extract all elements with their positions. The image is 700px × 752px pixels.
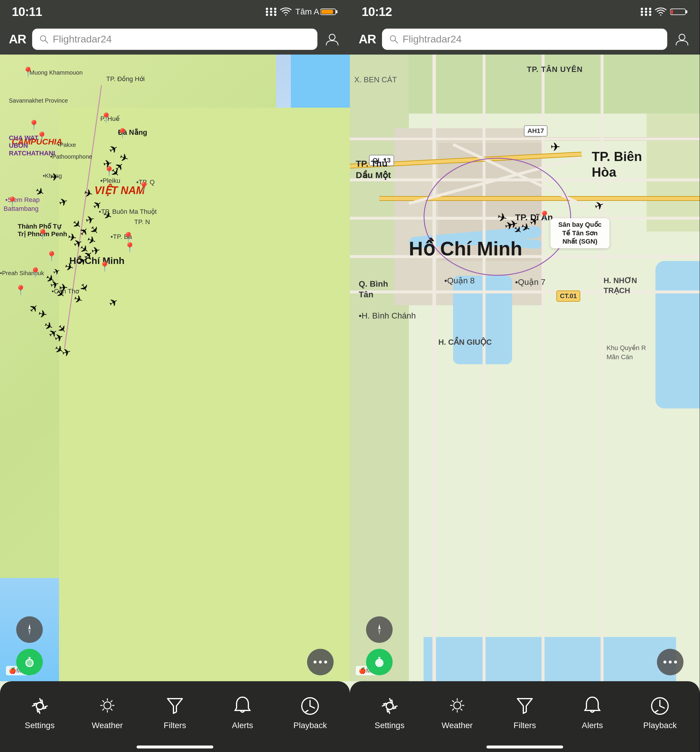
search-input-left[interactable]: Flightradar24 <box>32 29 317 50</box>
toolbar-settings-left[interactable]: Settings <box>19 694 61 730</box>
filter-icon <box>166 696 184 716</box>
wifi-icon <box>280 7 292 16</box>
playback-label-left: Playback <box>294 721 327 730</box>
toolbar-alerts-right[interactable]: Alerts <box>572 694 613 730</box>
pin-west2: 📍 <box>30 267 41 278</box>
svg-point-53 <box>386 702 393 710</box>
svg-rect-45 <box>671 10 673 14</box>
status-bar-left: 10:11 Tâm A <box>0 0 350 23</box>
svg-line-30 <box>103 708 104 710</box>
svg-point-7 <box>270 14 272 16</box>
search-input-right[interactable]: Flightradar24 <box>382 29 667 50</box>
highway-badge-ct01: CT.01 <box>556 291 580 302</box>
toolbar-playback-left[interactable]: Playback <box>289 694 331 730</box>
badge-button-right[interactable] <box>366 649 393 675</box>
svg-point-16 <box>26 660 33 666</box>
ellipsis-icon <box>313 659 328 665</box>
toolbar-alerts-left[interactable]: Alerts <box>222 694 263 730</box>
label-pakxe: •Pakxe <box>58 141 76 148</box>
weather-label-right: Weather <box>442 721 473 730</box>
status-bar-right: 10:12 <box>350 0 700 23</box>
badge-button-left[interactable] <box>16 649 43 675</box>
settings-label-right: Settings <box>375 721 404 730</box>
medal-icon <box>22 655 37 670</box>
label-quan8: •Quận 8 <box>444 276 474 286</box>
svg-point-17 <box>314 660 317 663</box>
svg-point-4 <box>270 11 272 13</box>
compass-button-right[interactable] <box>366 616 393 643</box>
svg-point-3 <box>266 11 268 13</box>
search-placeholder-left: Flightradar24 <box>53 33 112 45</box>
clock-icon <box>300 696 320 716</box>
svg-point-34 <box>641 8 643 10</box>
battery-icon <box>320 8 338 16</box>
search-icon-left <box>39 34 49 44</box>
label-donghoi: TP. Đồng Hới <box>106 75 145 83</box>
ar-button-right[interactable]: AR <box>359 32 376 46</box>
pin-siemreap: 📍 <box>6 196 18 207</box>
pin-phnom: 📍 <box>37 228 49 240</box>
road-v3 <box>541 54 544 681</box>
label-chawatubon: CHA WATUBONRATCHATHANI <box>9 134 55 157</box>
clock-icon-right <box>650 696 670 716</box>
gear-icon-right <box>380 696 400 716</box>
search-icon-right <box>389 34 398 44</box>
ellipsis-icon-right <box>663 659 678 665</box>
road-h1 <box>350 137 700 141</box>
map-vietnam: CAMPUCHIA VIỆT NAM Muong Khammouon TP. Đ… <box>0 54 350 681</box>
alerts-icon-wrap <box>231 694 254 718</box>
filters-icon-wrap <box>163 694 187 718</box>
label-nhon-trach: H. NHƠNTRẠCH <box>604 276 637 296</box>
svg-line-33 <box>310 706 314 708</box>
svg-point-21 <box>36 702 44 710</box>
road-v4 <box>600 54 604 681</box>
airport-label: Sân bay Quốc Tế Tân Sơn Nhất (SGN) <box>551 218 610 248</box>
profile-icon-right[interactable] <box>673 30 691 48</box>
label-tpn: TP. N <box>134 218 150 226</box>
svg-line-65 <box>660 706 664 708</box>
weather-icon-wrap <box>96 694 119 718</box>
bell-icon-right <box>583 696 601 716</box>
time-right: 10:12 <box>362 5 392 19</box>
playback-icon-wrap <box>298 694 322 718</box>
pin-hue: 📍 <box>100 112 112 123</box>
pin-danang: 📍 <box>117 128 128 139</box>
more-button-right[interactable] <box>657 649 683 675</box>
label-quan7: •Quận 7 <box>515 277 545 287</box>
compass-icon-right <box>373 623 386 636</box>
playback-label-right: Playback <box>643 721 677 730</box>
map-area-left[interactable]: CAMPUCHIA VIỆT NAM Muong Khammouon TP. Đ… <box>0 54 350 681</box>
toolbar-weather-right[interactable]: Weather <box>437 694 478 730</box>
home-indicator-left <box>137 746 213 749</box>
toolbar-playback-right[interactable]: Playback <box>639 694 681 730</box>
label-savannakhet: Savannakhet Province <box>9 97 68 104</box>
toolbar-filters-left[interactable]: Filters <box>154 694 196 730</box>
svg-point-1 <box>270 8 272 10</box>
svg-point-5 <box>274 11 276 13</box>
toolbar-settings-right[interactable]: Settings <box>369 694 410 730</box>
compass-button-left[interactable] <box>16 616 43 643</box>
svg-point-36 <box>649 8 651 10</box>
profile-icon-left[interactable] <box>323 30 341 48</box>
sun-icon-right <box>447 697 468 715</box>
more-button-left[interactable] <box>307 649 334 675</box>
settings-icon-wrap <box>28 694 51 718</box>
svg-point-19 <box>324 660 327 663</box>
gear-icon <box>30 696 50 716</box>
svg-point-41 <box>645 14 647 16</box>
filters-label-right: Filters <box>513 721 536 730</box>
label-pathoom: •Pathoomphone <box>50 153 92 160</box>
map-area-right[interactable]: AH17 QL.13 CT.01 TP. TÂN UYÊN X. BEN CÁT… <box>350 54 700 681</box>
svg-line-29 <box>110 701 112 702</box>
label-ben-cat: X. BEN CÁT <box>354 75 397 84</box>
label-thu-dau-mot: TP. ThủDầu Một <box>356 158 391 181</box>
ar-button-left[interactable]: AR <box>9 32 26 46</box>
battery-left: Tâm A <box>295 7 338 17</box>
svg-point-2 <box>274 8 276 10</box>
svg-line-47 <box>395 40 398 43</box>
svg-point-14 <box>329 34 335 40</box>
label-pleiku: •Pleiku <box>100 177 120 185</box>
toolbar-weather-left[interactable]: Weather <box>87 694 128 730</box>
toolbar-filters-right[interactable]: Filters <box>504 694 545 730</box>
svg-point-40 <box>641 14 643 16</box>
